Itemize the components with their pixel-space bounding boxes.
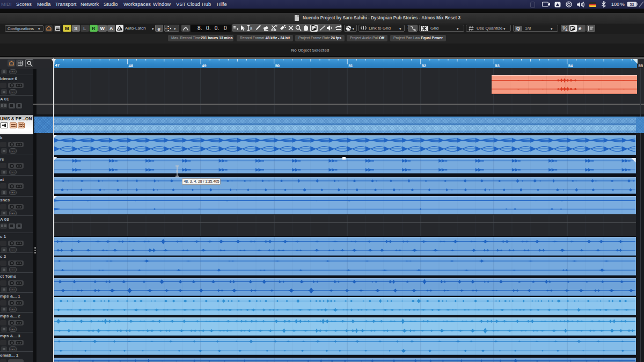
svg-text:51: 51 (348, 63, 353, 68)
svg-text:50: 50 (275, 63, 280, 68)
svg-text:53: 53 (630, 3, 634, 6)
svg-text:4: 4 (566, 28, 568, 31)
svg-text:48: 48 (129, 63, 133, 68)
svg-text:49: 49 (202, 63, 206, 68)
svg-text:3: 3 (562, 25, 565, 29)
svg-text:53: 53 (495, 63, 499, 68)
svg-text:a: a (250, 26, 252, 30)
svg-text:52: 52 (422, 63, 426, 68)
svg-text:54: 54 (568, 63, 573, 68)
